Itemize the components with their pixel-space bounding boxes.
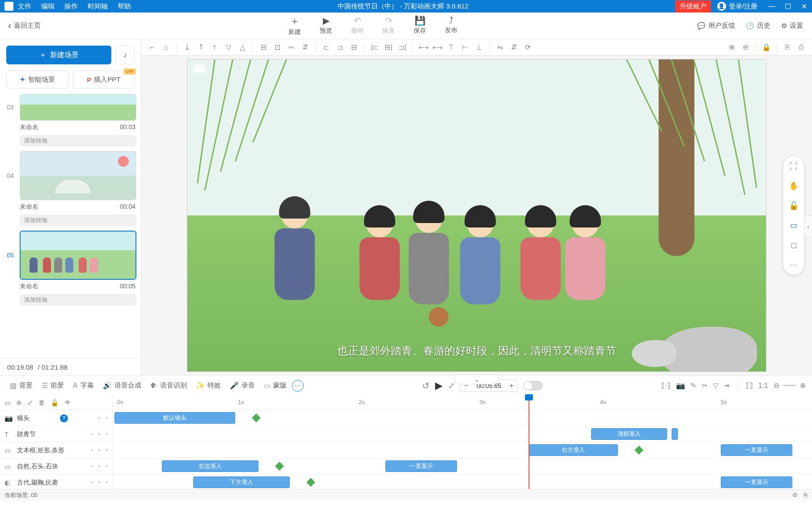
scene-item-03[interactable]: 03 未命名00:03 添加转场 — [4, 94, 136, 147]
add-transition-button[interactable]: 添加转场 — [20, 215, 136, 226]
menu-action[interactable]: 操作 — [64, 2, 78, 11]
align-top-icon[interactable]: ⊤ — [445, 41, 457, 54]
align-mid-icon[interactable]: ⊢ — [459, 41, 471, 54]
time-increase-button[interactable]: + — [506, 382, 517, 390]
menu-file[interactable]: 文件 — [18, 2, 31, 11]
align-bottom-icon[interactable]: ⤓ — [181, 41, 193, 54]
expand-icon[interactable]: ⤢ — [27, 399, 33, 407]
background-button[interactable]: ▨背景 — [6, 379, 36, 392]
hand-icon[interactable]: ✋ — [789, 181, 799, 191]
preview-button[interactable]: ▶预览 — [320, 15, 332, 36]
home-icon[interactable]: ⌂ — [160, 41, 172, 54]
unlock-icon[interactable]: 🔓 — [789, 201, 799, 211]
track-text[interactable]: T踏青节••• 顶部渐入 — [0, 426, 812, 442]
login-button[interactable]: 👤 登录/注册 — [711, 2, 764, 11]
upgrade-button[interactable]: 升级账户 — [675, 0, 711, 13]
add-transition-button[interactable]: 添加转场 — [20, 294, 136, 306]
new-button[interactable]: ＋新建 — [288, 15, 301, 36]
clip-bottom-slide[interactable]: 下方滑入 — [193, 476, 290, 488]
menu-help[interactable]: 帮助 — [118, 2, 131, 11]
scene-list[interactable]: 03 未命名00:03 添加转场 04 未命名00:04 添加转场 — [0, 94, 141, 358]
expand-panel-button[interactable]: ‹ — [804, 215, 812, 237]
asr-button[interactable]: 🗣语音识别 — [147, 379, 190, 392]
clip-small[interactable] — [672, 428, 678, 440]
valign-left-icon[interactable]: |⊏ — [368, 41, 381, 54]
zoom-out-icon[interactable]: ⊖ — [739, 41, 752, 54]
clip-right-fade[interactable]: 右边渐入 — [162, 460, 258, 472]
collapse-track-icon[interactable]: ▭ — [4, 399, 11, 407]
music-button[interactable]: ♪ — [116, 46, 135, 64]
marker-icon[interactable]: ⟦·⟧ — [661, 381, 670, 390]
subtitle-button[interactable]: A字幕 — [69, 379, 97, 392]
device-icon[interactable]: ◻ — [791, 240, 797, 250]
valign-right-icon[interactable]: ⊐| — [396, 41, 409, 54]
save-button[interactable]: 💾保存 — [414, 15, 426, 36]
history-button[interactable]: 🕑历史 — [746, 21, 770, 30]
align-center-icon[interactable]: ⊟ — [347, 41, 360, 54]
fullscreen-icon[interactable]: ⛶ — [790, 162, 798, 171]
scene-thumbnail[interactable] — [20, 94, 136, 121]
feedback-button[interactable]: 💬用户反馈 — [697, 21, 735, 30]
maximize-button[interactable]: ☐ — [780, 2, 796, 11]
track-cuju[interactable]: ◐古代,蹴鞠,比赛••• 下方滑入 一直显示 — [0, 475, 812, 489]
insert-ppt-button[interactable]: P 插入PPT VIP — [73, 71, 135, 88]
indent-icon[interactable]: ⇥ — [723, 381, 729, 390]
zoom-in-icon[interactable]: ⊕ — [800, 381, 806, 390]
back-home-button[interactable]: 返回主页 — [0, 20, 49, 32]
align-left-icon[interactable]: ⊏ — [320, 41, 332, 54]
clip-always-show[interactable]: 一直显示 — [721, 476, 792, 488]
valign-center-icon[interactable]: ⊟| — [382, 41, 395, 54]
distribute-h-icon[interactable]: ⇿ — [285, 41, 297, 54]
clip-right-slide[interactable]: 右方滑入 — [529, 444, 618, 456]
rotate-icon[interactable]: ⟳ — [521, 41, 534, 54]
close-button[interactable]: ✕ — [796, 2, 812, 11]
spacing-h-icon[interactable]: ⟷ — [417, 41, 430, 54]
clip-always-show[interactable]: 一直显示 — [721, 444, 792, 456]
scene-thumbnail[interactable] — [20, 231, 136, 280]
menu-timeline[interactable]: 时间轴 — [88, 2, 108, 11]
add-transition-button[interactable]: 添加转场 — [20, 135, 136, 147]
tts-button[interactable]: 🔊语音合成 — [99, 379, 145, 392]
lock-h-icon[interactable]: ⊟ — [257, 41, 270, 54]
flip-h-icon[interactable]: ⇋ — [494, 41, 506, 54]
select-tool-icon[interactable]: ⌐ — [146, 41, 158, 54]
edit-icon[interactable]: ✎ — [690, 381, 696, 390]
trash-icon[interactable]: 🗑 — [38, 399, 45, 406]
collapse-canvas-button[interactable]: ⌄ — [454, 375, 499, 384]
record-button[interactable]: 🎤录音 — [226, 379, 258, 392]
bracket-in-icon[interactable]: ⟦⟧ — [746, 381, 753, 390]
expand-icon[interactable]: ⤢ — [448, 381, 455, 391]
publish-button[interactable]: ⤴发布 — [445, 15, 457, 36]
add-folder-icon[interactable]: ⊕ — [16, 399, 22, 407]
clip-top-in[interactable]: 顶部渐入 — [591, 428, 667, 440]
lock-all-icon[interactable]: 🔒 — [51, 399, 59, 407]
play-button[interactable]: ▶ — [435, 380, 443, 392]
canvas[interactable]: for(let i=0;i<0;i++){} — [187, 59, 766, 372]
screen-icon[interactable]: ▭ — [790, 220, 798, 230]
paste-icon[interactable]: ⎙ — [795, 41, 808, 54]
cut-icon[interactable]: ✂ — [702, 381, 707, 390]
distribute-v-icon[interactable]: ⇵ — [299, 41, 311, 54]
clip-default-camera[interactable]: 默认镜头 — [114, 412, 235, 424]
align-bot-icon[interactable]: ⊥ — [473, 41, 485, 54]
keyframe-icon[interactable] — [275, 462, 284, 471]
track-camera[interactable]: 📷镜头?•• 默认镜头 — [0, 410, 812, 426]
minimize-button[interactable]: — — [764, 2, 780, 10]
lock-v-icon[interactable]: ⊡ — [271, 41, 283, 54]
spacing-v-icon[interactable]: ⟷ — [431, 41, 444, 54]
scene-item-05[interactable]: 05 未命名00:05 添加转场 — [4, 231, 136, 306]
zoom-in-icon[interactable]: ⊕ — [725, 41, 738, 54]
track-textbox[interactable]: ▭文本框,矩形,条形••• 右方滑入 一直显示 — [0, 442, 812, 459]
canvas-stage[interactable]: for(let i=0;i<0;i++){} — [141, 55, 812, 375]
menu-edit[interactable]: 编辑 — [41, 2, 55, 11]
visibility-icon[interactable]: 👁 — [64, 399, 71, 406]
copy-icon[interactable]: ⎘ — [804, 492, 808, 498]
foreground-button[interactable]: ☰前景 — [38, 379, 68, 392]
ai-scene-button[interactable]: ✦ 智能场景 — [6, 71, 68, 88]
keyframe-icon[interactable] — [306, 478, 315, 487]
ratio-icon[interactable]: 1:1 — [758, 382, 768, 390]
scene-item-04[interactable]: 04 未命名00:04 添加转场 — [4, 151, 136, 226]
camera-tool-icon[interactable]: 📷 — [676, 381, 685, 390]
lock-icon[interactable]: 🔒 — [760, 41, 773, 54]
bring-front-icon[interactable]: △ — [236, 41, 249, 54]
